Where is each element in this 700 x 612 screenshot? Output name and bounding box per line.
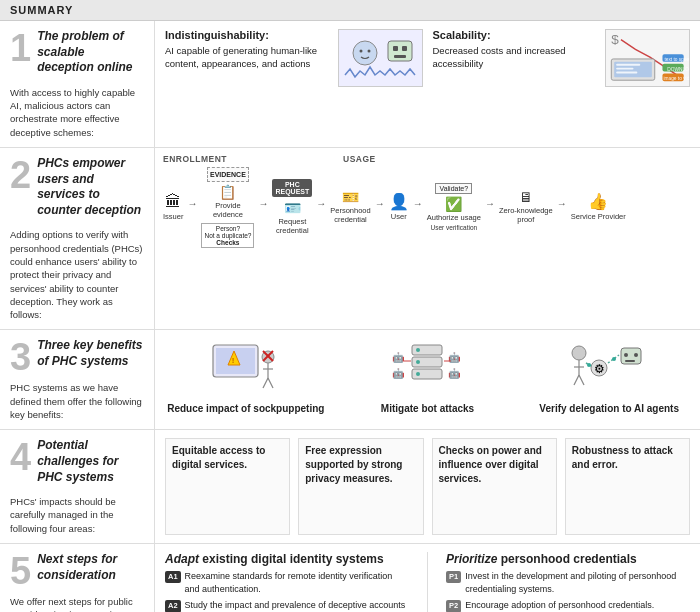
- section-2-number: 2: [10, 156, 31, 194]
- section-4-title: Potential challenges for PHC systems: [37, 438, 144, 485]
- adapt-item-2: A2 Study the impact and prevalence of de…: [165, 599, 409, 612]
- section-3-right: ! Reduce impact of sockpuppeting: [155, 330, 700, 429]
- phc-box: PHCREQUEST: [272, 179, 312, 197]
- section-1-left: 1 The problem of scalable deception onli…: [0, 21, 155, 147]
- p1-badge: P1: [446, 571, 461, 584]
- svg-point-33: [416, 348, 420, 352]
- svg-point-35: [416, 372, 420, 376]
- section-1-right: Indistinguishability: AI capable of gene…: [155, 21, 700, 147]
- ai-agents-label: Verify delegation to AI agents: [539, 402, 679, 415]
- prioritize-item-2: P2 Encourage adoption of personhood cred…: [446, 599, 690, 612]
- scalability-title: Scalability:: [433, 29, 596, 41]
- section-3: 3 Three key benefits of PHC systems PHC …: [0, 330, 700, 430]
- svg-line-26: [263, 378, 268, 388]
- a2-badge: A2: [165, 600, 181, 612]
- p1-text: Invest in the development and piloting o…: [465, 570, 690, 595]
- arrow-7: →: [557, 198, 567, 209]
- prioritize-half: Prioritize personhood credentials P1 Inv…: [446, 552, 690, 612]
- svg-rect-53: [625, 360, 635, 362]
- svg-text:🤖: 🤖: [448, 367, 461, 380]
- svg-point-0: [353, 41, 377, 65]
- provide-label: Provideevidence: [213, 201, 243, 219]
- section-3-desc: PHC systems as we have defined them offe…: [10, 381, 144, 421]
- challenge-1-block: Equitable access to digital services.: [165, 438, 290, 535]
- personhood-label: Personhoodcredential: [330, 206, 370, 224]
- svg-line-45: [574, 375, 579, 385]
- svg-text:🤖: 🤖: [392, 367, 405, 380]
- sockpuppeting-block: ! Reduce impact of sockpuppeting: [165, 342, 327, 415]
- section-4-number: 4: [10, 438, 31, 476]
- user-node: 👤 User: [389, 194, 409, 221]
- svg-text:🤖: 🤖: [392, 351, 405, 364]
- arrow-6: →: [485, 198, 495, 209]
- svg-rect-11: [616, 68, 633, 70]
- scalability-image: $ text to speech DOWNLOAD image to video: [605, 29, 690, 87]
- svg-rect-10: [616, 64, 640, 66]
- validate-box: Validate?: [435, 183, 472, 194]
- svg-point-34: [416, 360, 420, 364]
- section-4: 4 Potential challenges for PHC systems P…: [0, 430, 700, 544]
- arrow-4: →: [375, 198, 385, 209]
- prioritize-item-1: P1 Invest in the development and pilotin…: [446, 570, 690, 595]
- scalability-block: Scalability: Decreased costs and increas…: [433, 29, 596, 71]
- adapt-title: Adapt existing digital identity systems: [165, 552, 409, 566]
- issuer-node: 🏛 Issuer: [163, 194, 183, 221]
- evidence-box: EVIDENCE: [207, 167, 249, 182]
- section-1-number: 1: [10, 29, 31, 67]
- a2-text: Study the impact and prevalence of decep…: [185, 599, 409, 612]
- authorize-icon: ✅: [445, 197, 462, 211]
- provide-icon: 📋: [219, 185, 236, 199]
- personhood-cred-node: 🎫 Personhoodcredential: [330, 190, 370, 224]
- challenge-2-block: Free expression supported by strong priv…: [298, 438, 423, 535]
- svg-rect-4: [393, 46, 398, 51]
- user-label: User: [391, 212, 407, 221]
- challenge-1-title: Equitable access to digital services.: [172, 444, 283, 472]
- sockpuppeting-label: Reduce impact of sockpuppeting: [167, 402, 324, 415]
- svg-point-56: [587, 363, 591, 367]
- a1-badge: A1: [165, 571, 181, 584]
- p2-text: Encourage adoption of personhood credent…: [465, 599, 654, 612]
- ai-agents-icon-area: ⚙: [569, 342, 649, 397]
- challenge-2-title: Free expression supported by strong priv…: [305, 444, 416, 486]
- svg-rect-6: [394, 55, 406, 58]
- section-2: 2 PHCs empower users and services to cou…: [0, 148, 700, 330]
- s2-diagram: 🏛 Issuer → EVIDENCE 📋 Provideevidence Pe…: [163, 167, 692, 248]
- section-4-left: 4 Potential challenges for PHC systems P…: [0, 430, 155, 543]
- indistinguishability-block: Indistinguishability: AI capable of gene…: [165, 29, 328, 71]
- arrow-3: →: [316, 198, 326, 209]
- svg-line-27: [268, 378, 273, 388]
- svg-point-2: [368, 49, 371, 52]
- a1-text: Reexamine standards for remote identity …: [185, 570, 409, 595]
- zkp-label: Zero-knowledgeproof: [499, 206, 553, 224]
- ai-agents-block: ⚙ Verify delegation to AI agents: [528, 342, 690, 415]
- service-provider-node: 👍 Service Provider: [571, 194, 626, 221]
- svg-point-1: [360, 49, 363, 52]
- svg-point-52: [634, 353, 638, 357]
- svg-text:DOWNLOAD: DOWNLOAD: [667, 67, 690, 72]
- issuer-label: Issuer: [163, 212, 183, 221]
- svg-text:⚙: ⚙: [594, 362, 605, 376]
- section-4-right: Equitable access to digital services. Fr…: [155, 430, 700, 543]
- adapt-half: Adapt existing digital identity systems …: [165, 552, 409, 612]
- request-label: Requestcredential: [276, 217, 309, 235]
- usage-label: USAGE: [343, 154, 376, 164]
- challenge-4-block: Robustness to attack and error.: [565, 438, 690, 535]
- section-1: 1 The problem of scalable deception onli…: [0, 21, 700, 148]
- section-5: 5 Next steps for consideration We offer …: [0, 544, 700, 612]
- section-1-desc: With access to highly capable AI, malici…: [10, 86, 144, 139]
- challenge-3-block: Checks on power and influence over digit…: [432, 438, 557, 535]
- svg-point-42: [572, 346, 586, 360]
- summary-header: SUMMARY: [0, 0, 700, 21]
- personhood-icon: 🎫: [342, 190, 359, 204]
- indistinguishability-title: Indistinguishability:: [165, 29, 328, 41]
- evidence-label: EVIDENCE: [210, 171, 246, 178]
- section-5-title: Next steps for consideration: [37, 552, 144, 583]
- bot-attacks-label: Mitigate bot attacks: [381, 402, 474, 415]
- checks-box: Person? Not a duplicate? Checks: [201, 223, 254, 248]
- section-5-number: 5: [10, 552, 31, 590]
- prioritize-title: Prioritize personhood credentials: [446, 552, 690, 566]
- section-1-title: The problem of scalable deception online: [37, 29, 144, 76]
- provide-evidence-node: EVIDENCE 📋 Provideevidence Person? Not a…: [201, 167, 254, 248]
- challenge-4-title: Robustness to attack and error.: [572, 444, 683, 472]
- svg-text:🤖: 🤖: [448, 351, 461, 364]
